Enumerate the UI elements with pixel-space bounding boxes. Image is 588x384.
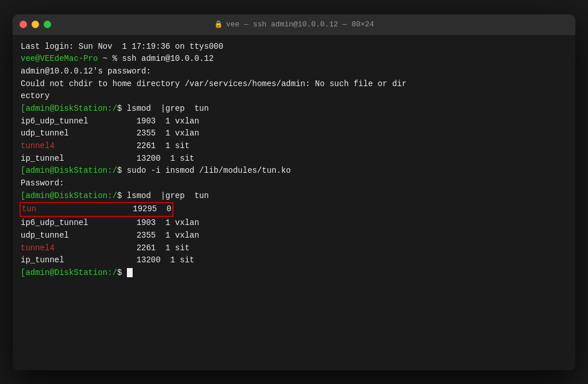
terminal-line-2: vee@VEEdeMac-Pro ~ % ssh admin@10.0.0.12 — [21, 53, 567, 65]
prompt-final: [admin@DiskStation:/ — [21, 268, 117, 277]
terminal-line-14: tun 19295 0 — [21, 202, 567, 217]
cmd-ssh: ssh admin@10.0.0.12 — [122, 54, 214, 63]
terminal-line-17: tunnel4 2261 1 sit — [21, 242, 567, 255]
cmd-sudo: sudo -i insmod /lib/modules/tun.ko — [127, 166, 291, 175]
prompt-13: [admin@DiskStation:/ — [21, 191, 117, 200]
terminal-line-15: ip6_udp_tunnel 1903 1 vxlan — [21, 217, 567, 230]
tun-label: tun — [22, 204, 36, 214]
terminal-line-16: udp_tunnel 2355 1 vxlan — [21, 230, 567, 242]
title-label: vee — ssh admin@10.0.0.12 — 80×24 — [226, 20, 374, 29]
terminal-line-1: Last login: Sun Nov 1 17:19:36 on ttys00… — [21, 41, 567, 53]
terminal-line-11: [admin@DiskStation:/$ sudo -i insmod /li… — [21, 165, 567, 177]
minimize-button[interactable] — [32, 21, 39, 28]
terminal-line-9: tunnel4 2261 1 sit — [21, 140, 567, 153]
prompt-user: vee@VEEdeMac-Pro — [21, 54, 98, 63]
terminal-line-18: ip_tunnel 13200 1 sit — [21, 254, 567, 267]
terminal-line-12: Password: — [21, 177, 567, 190]
terminal-line-6: [admin@DiskStation:/$ lsmod |grep tun — [21, 103, 567, 115]
prompt-dollar-13: $ — [117, 191, 127, 200]
titlebar: 🔒 vee — ssh admin@10.0.0.12 — 80×24 — [13, 14, 575, 35]
cmd-lsmod-1: lsmod |grep tun — [127, 104, 209, 113]
prompt-6: [admin@DiskStation:/ — [21, 104, 117, 113]
terminal-line-19: [admin@DiskStation:/$ — [21, 267, 567, 280]
terminal-line-4: Could not chdir to home directory /var/s… — [21, 78, 567, 91]
prompt-dollar-11: $ — [117, 166, 127, 175]
traffic-lights — [20, 21, 51, 28]
tun-data: 19295 0 — [36, 204, 171, 214]
maximize-button[interactable] — [44, 21, 51, 28]
tunnel4-2: tunnel4 — [21, 243, 55, 253]
window-title: 🔒 vee — ssh admin@10.0.0.12 — 80×24 — [214, 20, 374, 29]
close-button[interactable] — [20, 21, 27, 28]
lock-icon: 🔒 — [214, 20, 223, 29]
prompt-path: ~ % — [98, 54, 122, 63]
cursor — [127, 268, 133, 277]
terminal-line-3: admin@10.0.0.12's password: — [21, 65, 567, 78]
tunnel4-1: tunnel4 — [21, 141, 55, 150]
terminal-line-10: ip_tunnel 13200 1 sit — [21, 153, 567, 165]
terminal-window: 🔒 vee — ssh admin@10.0.0.12 — 80×24 Last… — [13, 14, 575, 370]
cmd-lsmod-2: lsmod |grep tun — [127, 191, 209, 200]
prompt-dollar-6: $ — [117, 104, 127, 113]
tun-highlighted-row: tun 19295 0 — [20, 202, 173, 217]
tunnel4-2-data: 2261 1 sit — [55, 243, 189, 253]
terminal-line-13: [admin@DiskStation:/$ lsmod |grep tun — [21, 190, 567, 203]
prompt-dollar-final: $ — [117, 268, 127, 277]
terminal-line-7: ip6_udp_tunnel 1903 1 vxlan — [21, 115, 567, 128]
terminal-line-5: ectory — [21, 90, 567, 103]
terminal-body[interactable]: Last login: Sun Nov 1 17:19:36 on ttys00… — [13, 35, 575, 370]
tunnel4-1-data: 2261 1 sit — [55, 141, 189, 150]
prompt-11: [admin@DiskStation:/ — [21, 166, 117, 175]
terminal-line-8: udp_tunnel 2355 1 vxlan — [21, 127, 567, 140]
